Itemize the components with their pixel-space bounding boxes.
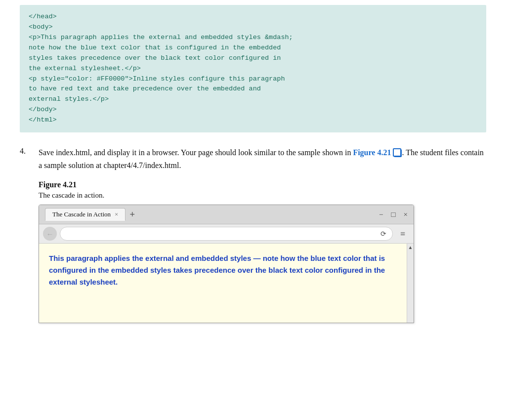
code-line-8: to have red text and take precedence ove… (29, 84, 477, 94)
copy-icon[interactable] (394, 149, 402, 157)
code-line-6: the external stylesheet.</p> (29, 64, 477, 74)
step-text-part1: Save index.html, and display it in a bro… (39, 148, 353, 157)
menu-button[interactable]: ≡ (396, 227, 410, 241)
code-line-4: note how the blue text color that is con… (29, 43, 477, 53)
scrollbar[interactable]: ▲ (407, 244, 414, 323)
browser-titlebar-left: The Cascade in Action × + (45, 208, 138, 221)
back-button[interactable]: ← (43, 227, 57, 241)
browser-mockup: The Cascade in Action × + − □ × ← (39, 205, 414, 323)
code-line-9: external styles.</p> (29, 94, 477, 105)
code-block: </head> <body> <p>This paragraph applies… (20, 5, 486, 132)
paragraph-blue: This paragraph applies the external and … (49, 252, 395, 288)
scrollbar-up-arrow[interactable]: ▲ (408, 245, 413, 250)
browser-titlebar-right: − □ × (379, 210, 408, 219)
browser-titlebar: The Cascade in Action × + − □ × (39, 205, 414, 224)
browser-tab-active[interactable]: The Cascade in Action × (45, 208, 126, 221)
address-bar[interactable]: ⟳ (60, 227, 393, 241)
step-text: Save index.html, and display it in a bro… (39, 146, 486, 171)
window-minimize-icon[interactable]: − (379, 210, 383, 219)
step-block: 4. Save index.html, and display it in a … (20, 146, 486, 323)
new-tab-button[interactable]: + (126, 210, 138, 219)
page-container: </head> <body> <p>This paragraph applies… (0, 0, 506, 355)
copy-icon-wrapper (393, 148, 402, 157)
browser-content-inner: This paragraph applies the external and … (49, 252, 404, 288)
figure-label: Figure 4.21 (39, 180, 486, 189)
window-close-icon[interactable]: × (404, 210, 408, 219)
tab-close-icon[interactable]: × (115, 210, 118, 218)
step-number: 4. (20, 146, 34, 323)
code-line-10: </body> (29, 105, 477, 115)
reload-icon[interactable]: ⟳ (380, 230, 386, 238)
code-line-11: </html> (29, 115, 477, 126)
step-content: Save index.html, and display it in a bro… (39, 146, 486, 323)
figure-link[interactable]: Figure 4.21 (353, 148, 391, 157)
figure-caption: The cascade in action. (39, 191, 486, 200)
browser-content: ▲ This paragraph applies the external an… (39, 244, 414, 323)
window-maximize-icon[interactable]: □ (391, 210, 395, 219)
code-line-7: <p style="color: #FF0000">Inline styles … (29, 74, 477, 84)
code-line-3: <p>This paragraph applies the external a… (29, 33, 477, 43)
tab-title: The Cascade in Action (52, 210, 111, 218)
code-line-1: </head> (29, 12, 477, 22)
code-line-2: <body> (29, 22, 477, 33)
browser-navbar: ← ⟳ ≡ (39, 224, 414, 244)
code-line-5: styles takes precedence over the black t… (29, 53, 477, 64)
